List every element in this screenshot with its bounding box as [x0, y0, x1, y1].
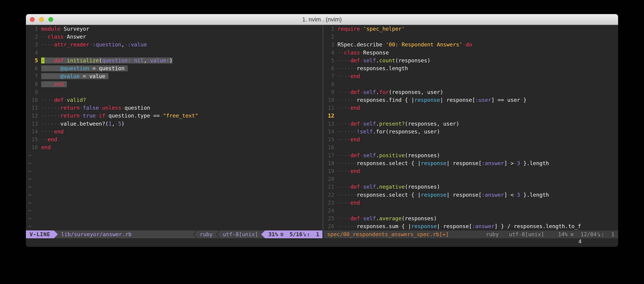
code-line[interactable]: 17····def·self.positive(responses)	[324, 151, 618, 159]
code-text: end	[41, 144, 51, 150]
statusline-row: V-LINE lib/surveyor/answer.rb ruby utf-8…	[26, 230, 618, 238]
code-line[interactable]: 21····def·self.negative(responses)	[324, 183, 618, 191]
code-line[interactable]: 10······responses.find·{·|response|·resp…	[324, 96, 618, 104]
code-line[interactable]: 18······responses.select·{·|response|·re…	[324, 159, 618, 167]
code-line[interactable]: 6······responses.length	[324, 64, 618, 72]
code-line[interactable]: 3RSpec.describe·'00:·Respondent·Answers'…	[324, 41, 618, 48]
code-line[interactable]: 23····end	[324, 199, 618, 207]
code-text: ······return·false·unless·question	[41, 105, 150, 111]
line-number: 10	[324, 96, 334, 104]
close-button[interactable]	[30, 17, 35, 22]
inactive-filename: spec/00_respondents_answers_spec.rb[+]	[327, 230, 449, 238]
line-number: 1	[28, 25, 38, 33]
code-text: ··class·Response	[338, 50, 389, 56]
code-line[interactable]: 9	[28, 88, 321, 96]
code-line[interactable]: 4	[28, 49, 321, 57]
line-number: 9	[324, 88, 334, 96]
code-line[interactable]: 13····def·self.present?(responses,·user)	[324, 120, 618, 128]
line-position: 5/16	[290, 230, 302, 238]
empty-line-tilde: ~	[28, 151, 321, 159]
code-line[interactable]: 12······return·true·if·question.type·==·…	[28, 112, 321, 120]
cursor-block: ·	[41, 57, 44, 63]
list-icon: ≡	[280, 230, 284, 238]
code-line[interactable]: 5····def·self.count(responses)	[324, 57, 618, 64]
code-line[interactable]: 14······!self.for(responses,·user)	[324, 128, 618, 136]
encoding-indicator: utf-8[unix]	[509, 230, 544, 238]
line-number: 8	[28, 80, 38, 88]
line-number: 11	[324, 104, 334, 112]
code-line[interactable]: 3····attr_reader·:question,·:value	[28, 41, 321, 48]
line-number: 21	[324, 183, 334, 191]
line-number: 20	[324, 175, 334, 183]
line-number: 14	[324, 128, 334, 136]
right-buffer-pane[interactable]: 1require·'spec_helper'23RSpec.describe·'…	[324, 25, 618, 230]
line-number-icon: LN	[303, 232, 306, 237]
code-text: ······value.between?(1,·5)	[41, 121, 124, 127]
code-line[interactable]: 15··end	[28, 136, 321, 143]
code-line[interactable]: 5····def·initialize(question:·nil,·value…	[28, 57, 321, 64]
code-text: ······@question·=·question	[41, 65, 128, 71]
code-text: ····end	[338, 200, 360, 206]
left-buffer-pane[interactable]: 1module·Surveyor2··class·Answer3····attr…	[26, 25, 321, 230]
line-number: 7	[28, 72, 38, 80]
code-line[interactable]: 16end	[28, 143, 321, 151]
code-line[interactable]: 13······value.between?(1,·5)	[28, 120, 321, 128]
code-line[interactable]: 11····end	[324, 104, 618, 112]
code-line[interactable]: 10····def·valid?	[28, 96, 321, 104]
column-position: 1	[611, 230, 614, 238]
code-line[interactable]: 19····end	[324, 167, 618, 175]
traffic-lights	[30, 17, 53, 22]
code-line[interactable]: 25····def·self.average(responses)	[324, 215, 618, 222]
titlebar[interactable]: 1. nvim . (nvim)	[26, 14, 618, 25]
line-number: 1	[324, 25, 334, 33]
code-line[interactable]: 7······@value·=·value	[28, 72, 321, 80]
minimize-button[interactable]	[39, 17, 44, 22]
code-line[interactable]: 4··class·Response	[324, 49, 618, 57]
code-text: ······responses.select·{·|response|·resp…	[338, 192, 549, 198]
statusline-inactive: spec/00_respondents_answers_spec.rb[+] r…	[324, 230, 618, 238]
window-split-divider[interactable]	[321, 25, 324, 230]
line-number: 13	[28, 120, 38, 128]
code-line[interactable]: 15····end	[324, 136, 618, 143]
code-text: ····def·valid?	[41, 97, 86, 103]
code-line[interactable]: 6······@question·=·question	[28, 64, 321, 72]
column-position: 1	[316, 230, 319, 238]
code-line[interactable]: 2	[324, 33, 618, 41]
code-text: ····end	[338, 137, 360, 142]
code-text: ······@value·=·value	[41, 73, 108, 79]
line-number: 4	[28, 49, 38, 57]
code-line[interactable]: 1module·Surveyor	[28, 25, 321, 33]
code-line[interactable]: 22······responses.select·{·|response|·re…	[324, 191, 618, 199]
code-text: ····def·self.count(responses)	[338, 57, 430, 63]
line-number: 16	[324, 143, 334, 151]
code-line[interactable]: 16	[324, 143, 618, 151]
code-text: ····end	[41, 129, 64, 135]
line-number: 15	[324, 136, 334, 143]
code-text: ····def·self.average(responses)	[338, 215, 437, 221]
code-line[interactable]: 7····end	[324, 72, 618, 80]
code-line[interactable]: 12	[324, 112, 618, 120]
code-line[interactable]: 24	[324, 207, 618, 215]
empty-line-tilde: ~	[28, 167, 321, 175]
code-line[interactable]: 8	[324, 80, 618, 88]
mode-indicator: V-LINE	[26, 230, 54, 238]
code-line[interactable]: 20	[324, 175, 618, 183]
code-line[interactable]: 8····end	[28, 80, 321, 88]
code-line[interactable]: 2··class·Answer	[28, 33, 321, 41]
code-text: ····end	[338, 73, 360, 79]
line-position: 12/84	[580, 230, 596, 238]
line-number-icon: LN	[598, 232, 600, 237]
code-line[interactable]: 11······return·false·unless·question	[28, 104, 321, 112]
code-text: ····end	[338, 105, 360, 111]
code-line[interactable]: 1require·'spec_helper'	[324, 25, 618, 33]
empty-line-tilde: ~	[28, 191, 321, 199]
empty-line-tilde: ~	[28, 215, 321, 222]
list-icon: ≡	[570, 230, 574, 238]
line-number: 8	[324, 80, 334, 88]
zoom-button[interactable]	[48, 17, 53, 22]
active-filename: lib/surveyor/answer.rb	[61, 230, 132, 238]
line-number: 13	[324, 120, 334, 128]
code-line[interactable]: 26······responses.sum·{·|response|·respo…	[324, 222, 618, 230]
code-line[interactable]: 14····end	[28, 128, 321, 136]
code-line[interactable]: 9····def·self.for(responses,·user)	[324, 88, 618, 96]
